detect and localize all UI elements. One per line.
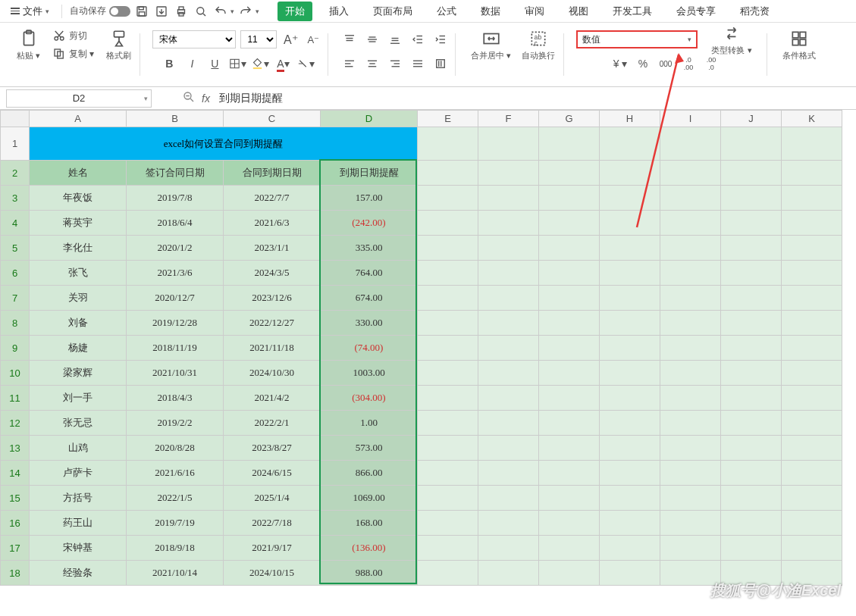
tab-docer[interactable]: 稻壳资 xyxy=(732,2,777,21)
row-header-13[interactable]: 13 xyxy=(1,436,30,461)
row-header-15[interactable]: 15 xyxy=(1,486,30,511)
table-cell[interactable]: 2021/3/6 xyxy=(127,261,224,286)
cell[interactable] xyxy=(721,511,782,536)
cell[interactable] xyxy=(782,311,842,336)
cell[interactable] xyxy=(478,511,539,536)
col-header-D[interactable]: D xyxy=(321,111,418,127)
table-cell[interactable]: 杨婕 xyxy=(30,336,127,361)
table-cell[interactable]: 2018/6/4 xyxy=(127,211,224,236)
col-header-A[interactable]: A xyxy=(30,111,127,127)
cell[interactable] xyxy=(660,436,721,461)
font-name-select[interactable]: 宋体 xyxy=(152,30,236,48)
cell[interactable] xyxy=(660,361,721,386)
cell[interactable] xyxy=(721,211,782,236)
decrease-decimal-button[interactable]: .00.0 xyxy=(702,55,720,73)
cell[interactable] xyxy=(539,411,600,436)
cell[interactable] xyxy=(478,336,539,361)
decrease-font-button[interactable]: A⁻ xyxy=(304,30,322,48)
cell[interactable] xyxy=(721,411,782,436)
font-color-button[interactable]: A▾ xyxy=(274,55,292,73)
cell[interactable] xyxy=(721,311,782,336)
cell[interactable] xyxy=(782,211,842,236)
table-cell[interactable]: 2021/4/2 xyxy=(224,386,321,411)
cell[interactable] xyxy=(478,411,539,436)
table-cell[interactable]: 988.00 xyxy=(321,561,418,586)
tab-data[interactable]: 数据 xyxy=(473,2,508,21)
cell[interactable] xyxy=(418,461,478,486)
fill-color-button[interactable]: ▾ xyxy=(251,55,269,73)
cell[interactable] xyxy=(660,461,721,486)
tab-page-layout[interactable]: 页面布局 xyxy=(365,2,420,21)
cell[interactable] xyxy=(478,561,539,586)
preview-button[interactable] xyxy=(193,3,209,20)
table-cell[interactable]: 1069.00 xyxy=(321,486,418,511)
table-cell[interactable]: 335.00 xyxy=(321,236,418,261)
cell[interactable] xyxy=(478,536,539,561)
table-cell[interactable]: 2023/12/6 xyxy=(224,286,321,311)
col-header-E[interactable]: E xyxy=(418,111,478,127)
comma-button[interactable]: 000 xyxy=(657,55,675,73)
table-cell[interactable]: 2018/11/19 xyxy=(127,336,224,361)
export-button[interactable] xyxy=(153,3,170,20)
name-box[interactable]: D2 ▾ xyxy=(6,89,152,108)
chevron-down-icon[interactable]: ▾ xyxy=(230,8,234,15)
cell[interactable] xyxy=(600,486,660,511)
cell[interactable] xyxy=(782,336,842,361)
cell[interactable] xyxy=(539,127,600,161)
row-header-6[interactable]: 6 xyxy=(1,261,30,286)
cell[interactable] xyxy=(782,511,842,536)
cell[interactable] xyxy=(782,286,842,311)
cell[interactable] xyxy=(418,161,478,186)
table-cell[interactable]: 张飞 xyxy=(30,261,127,286)
cell[interactable] xyxy=(782,386,842,411)
col-header-I[interactable]: I xyxy=(660,111,721,127)
align-left-button[interactable] xyxy=(340,55,359,73)
cell[interactable] xyxy=(600,511,660,536)
tab-member[interactable]: 会员专享 xyxy=(669,2,723,21)
cell[interactable] xyxy=(539,211,600,236)
row-header-12[interactable]: 12 xyxy=(1,411,30,436)
align-top-button[interactable] xyxy=(340,30,359,48)
cell[interactable] xyxy=(782,261,842,286)
cell[interactable] xyxy=(782,411,842,436)
table-cell[interactable]: 2020/8/28 xyxy=(127,436,224,461)
paste-button[interactable]: 粘贴 ▾ xyxy=(14,27,43,63)
table-header-cell[interactable]: 签订合同日期 xyxy=(127,161,224,186)
cell[interactable] xyxy=(418,511,478,536)
decrease-indent-button[interactable] xyxy=(409,30,427,48)
cell[interactable] xyxy=(600,127,660,161)
table-cell[interactable]: 2022/2/1 xyxy=(224,411,321,436)
cell[interactable] xyxy=(721,336,782,361)
table-cell[interactable]: 2025/1/4 xyxy=(224,486,321,511)
table-cell[interactable]: 2022/12/27 xyxy=(224,311,321,336)
cell[interactable] xyxy=(418,386,478,411)
row-header-8[interactable]: 8 xyxy=(1,311,30,336)
cell[interactable] xyxy=(660,536,721,561)
tab-formula[interactable]: 公式 xyxy=(429,2,464,21)
cell[interactable] xyxy=(539,436,600,461)
table-cell[interactable]: 573.00 xyxy=(321,436,418,461)
row-header-7[interactable]: 7 xyxy=(1,286,30,311)
cell[interactable] xyxy=(600,386,660,411)
tab-start[interactable]: 开始 xyxy=(277,2,312,21)
table-cell[interactable]: 2024/3/5 xyxy=(224,261,321,286)
row-header-18[interactable]: 18 xyxy=(1,561,30,586)
cell[interactable] xyxy=(478,161,539,186)
cell[interactable] xyxy=(539,361,600,386)
table-cell[interactable]: 2024/10/15 xyxy=(224,561,321,586)
cell[interactable] xyxy=(478,461,539,486)
table-cell[interactable]: 2019/7/19 xyxy=(127,511,224,536)
cut-button[interactable]: 剪切 xyxy=(49,27,97,44)
align-bottom-button[interactable] xyxy=(386,30,404,48)
table-cell[interactable]: 157.00 xyxy=(321,186,418,211)
cond-format-button[interactable]: 条件格式 xyxy=(779,27,819,63)
redo-button[interactable] xyxy=(237,3,254,20)
wrap-text-button[interactable]: abc 自动换行 xyxy=(519,27,558,63)
cell[interactable] xyxy=(660,261,721,286)
table-cell[interactable]: 方括号 xyxy=(30,486,127,511)
cell[interactable] xyxy=(721,386,782,411)
cell[interactable] xyxy=(721,361,782,386)
cell[interactable] xyxy=(539,261,600,286)
cell[interactable] xyxy=(478,386,539,411)
cell[interactable] xyxy=(721,436,782,461)
